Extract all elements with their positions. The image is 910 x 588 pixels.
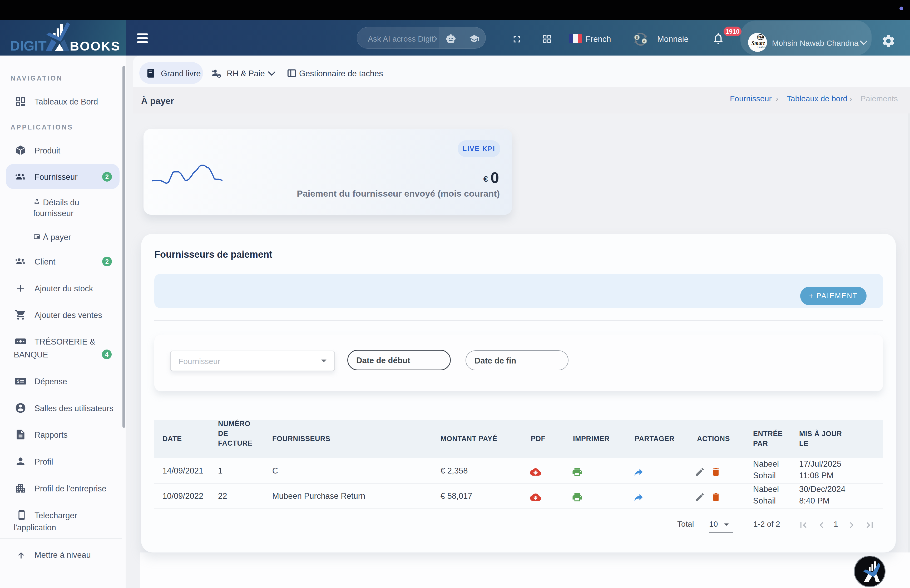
svg-text:$: $: [17, 379, 19, 383]
svg-text:DIGIT: DIGIT: [10, 38, 47, 53]
svg-text:$: $: [636, 36, 638, 39]
svg-text:€: €: [643, 39, 645, 43]
svg-text:BOOKS: BOOKS: [70, 39, 120, 53]
